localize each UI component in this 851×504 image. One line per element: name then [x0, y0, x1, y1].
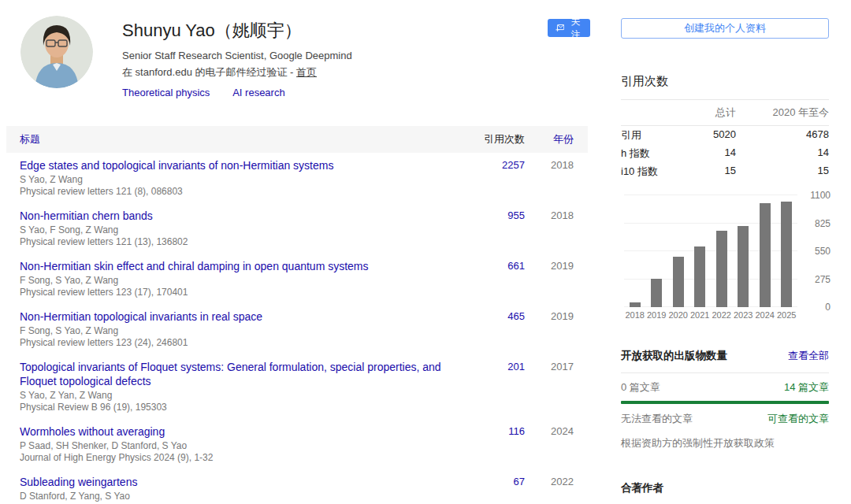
publication-venue: Physical review letters 123 (17), 170401 — [20, 287, 451, 298]
coauthors-heading: 合著作者 — [621, 482, 663, 494]
publication-info: Topological invariants of Floquet system… — [20, 360, 462, 413]
profile-photo — [20, 16, 93, 88]
available-label-link[interactable]: 可查看的文章 — [767, 412, 829, 426]
chart-bar-2025[interactable] — [781, 202, 792, 307]
chart-x-tick-label: 2025 — [776, 310, 798, 320]
stats-column-all: 总计 — [673, 106, 736, 120]
publication-title-link[interactable]: Non-Hermitian topological invariants in … — [20, 309, 262, 324]
publication-title-link[interactable]: Non-Hermitian skin effect and chiral dam… — [20, 259, 369, 273]
publication-title-link[interactable]: Topological invariants of Floquet system… — [20, 360, 449, 388]
citations-chart: 20182019202020212022202320242025 0275550… — [624, 189, 831, 321]
publication-authors: S Yao, F Song, Z Wang — [20, 224, 451, 236]
open-access-section: 开放获取的出版物数量 查看全部 0 篇文章 14 篇文章 无法查看的文章 可查看… — [621, 349, 829, 450]
cited-by-column-header: 引用次数 — [462, 132, 525, 146]
cited-by-count-link[interactable]: 661 — [507, 260, 525, 272]
open-access-heading: 开放获取的出版物数量 — [621, 349, 727, 363]
homepage-link[interactable]: 首页 — [296, 66, 317, 78]
publication-row: Edge states and topological invariants o… — [6, 153, 588, 203]
interest-link-theoretical-physics[interactable]: Theoretical physics — [122, 87, 210, 98]
chart-y-tick-label: 275 — [815, 274, 831, 285]
publication-info: Non-hermitian chern bands S Yao, F Song,… — [20, 209, 462, 248]
chart-bar-2023[interactable] — [738, 226, 749, 307]
view-all-link[interactable]: 查看全部 — [788, 349, 829, 363]
publication-title-link[interactable]: Non-hermitian chern bands — [20, 209, 153, 223]
publication-year: 2024 — [525, 424, 574, 439]
publication-info: Non-Hermitian topological invariants in … — [20, 309, 462, 349]
publication-cited-by-cell: 2257 — [462, 158, 525, 172]
cited-by-section: 引用次数 总计 2020 年至今 引用 5020 4678 h 指数 14 14… — [621, 74, 829, 180]
chart-bar-column — [776, 195, 798, 307]
publication-year: 2018 — [525, 158, 574, 172]
stats-value-all: 14 — [673, 146, 736, 161]
chart-bar-column — [667, 195, 689, 307]
research-interests: Theoretical physics AI research — [122, 87, 532, 98]
open-access-note: 根据资助方的强制性开放获取政策 — [621, 436, 829, 450]
stats-label: i10 指数 — [621, 165, 673, 179]
stats-value-all: 5020 — [673, 128, 736, 143]
chart-y-tick-label: 0 — [825, 302, 831, 313]
publication-year: 2017 — [525, 360, 574, 374]
chart-bar-2024[interactable] — [760, 203, 771, 307]
publication-authors: S Yao, Z Wang — [20, 174, 451, 186]
publication-authors: D Stanford, Z Yang, S Yao — [20, 491, 451, 502]
follow-button[interactable]: 关注 — [548, 19, 590, 37]
chart-x-tick-label: 2024 — [754, 310, 776, 320]
cited-by-count-link[interactable]: 67 — [514, 476, 525, 487]
publication-venue: Physical review letters 123 (24), 246801 — [20, 337, 451, 349]
chart-bar-column — [754, 195, 776, 307]
publication-title-link[interactable]: Subleading weingartens — [20, 475, 137, 489]
publication-year: 2018 — [525, 209, 574, 223]
cited-by-count-link[interactable]: 2257 — [502, 159, 525, 171]
publication-cited-by-cell: 67 — [462, 475, 525, 489]
publication-info: Edge states and topological invariants o… — [20, 158, 462, 198]
publication-venue: Physical review letters 121 (13), 136802 — [20, 236, 451, 248]
cited-by-count-link[interactable]: 201 — [507, 361, 525, 372]
available-count-link[interactable]: 14 篇文章 — [784, 380, 829, 395]
chart-bar-2022[interactable] — [716, 231, 727, 307]
stats-empty-header — [621, 106, 673, 120]
create-profile-button[interactable]: 创建我的个人资料 — [621, 18, 829, 39]
publication-title-link[interactable]: Wormholes without averaging — [20, 424, 165, 439]
cited-by-count-link[interactable]: 116 — [508, 425, 525, 437]
chart-bar-2020[interactable] — [673, 257, 684, 307]
publication-authors: F Song, S Yao, Z Wang — [20, 325, 451, 337]
publications-table-header: 标题 引用次数 年份 — [6, 126, 588, 153]
stats-label: h 指数 — [621, 146, 673, 161]
open-access-header: 开放获取的出版物数量 查看全部 — [621, 349, 829, 363]
publication-cited-by-cell: 465 — [462, 309, 525, 324]
publication-authors: S Yao, Z Yan, Z Wang — [20, 390, 451, 402]
publication-row: Wormholes without averaging P Saad, SH S… — [6, 419, 588, 469]
publication-info: Non-Hermitian skin effect and chiral dam… — [20, 259, 462, 298]
stats-row-citations: 引用 5020 4678 — [621, 126, 829, 144]
sort-by-year-link[interactable]: 年份 — [525, 132, 574, 146]
verified-email-line: 在 stanford.edu 的电子邮件经过验证 - 首页 — [122, 65, 532, 80]
publication-year: 2019 — [525, 259, 574, 273]
stats-value-all: 15 — [673, 165, 736, 179]
chart-bar-2018[interactable] — [630, 302, 641, 307]
interest-link-ai-research[interactable]: AI research — [232, 87, 284, 98]
stats-value-since: 4678 — [736, 128, 829, 143]
publication-info: Wormholes without averaging P Saad, SH S… — [20, 424, 462, 464]
chart-y-tick-label: 550 — [815, 246, 831, 257]
sort-by-title-link[interactable]: 标题 — [20, 132, 462, 146]
chart-bar-2021[interactable] — [694, 246, 705, 307]
chart-y-tick-label: 1100 — [810, 190, 831, 201]
follow-button-label: 关注 — [569, 15, 582, 42]
publication-venue: Physical review letters 121 (8), 086803 — [20, 186, 451, 198]
publication-row: Topological invariants of Floquet system… — [6, 354, 588, 419]
verified-email-text: 在 stanford.edu 的电子邮件经过验证 - — [122, 66, 296, 78]
chart-bar-2019[interactable] — [651, 279, 662, 307]
cited-by-count-link[interactable]: 955 — [507, 209, 525, 221]
chart-y-tick-label: 825 — [815, 218, 831, 229]
publication-row: Non-Hermitian skin effect and chiral dam… — [6, 254, 588, 304]
chart-x-tick-label: 2018 — [624, 310, 646, 320]
profile-sidebar: 创建我的个人资料 引用次数 总计 2020 年至今 引用 5020 4678 h… — [621, 0, 831, 504]
unavailable-count: 0 篇文章 — [621, 380, 660, 395]
publication-title-link[interactable]: Edge states and topological invariants o… — [20, 158, 333, 172]
publication-authors: P Saad, SH Shenker, D Stanford, S Yao — [20, 440, 451, 452]
coauthors-section: 合著作者 — [621, 480, 829, 504]
stats-column-since-2020: 2020 年至今 — [736, 106, 829, 120]
chart-bars — [624, 195, 797, 307]
cited-by-count-link[interactable]: 465 — [507, 310, 525, 322]
chart-bar-column — [689, 195, 712, 307]
